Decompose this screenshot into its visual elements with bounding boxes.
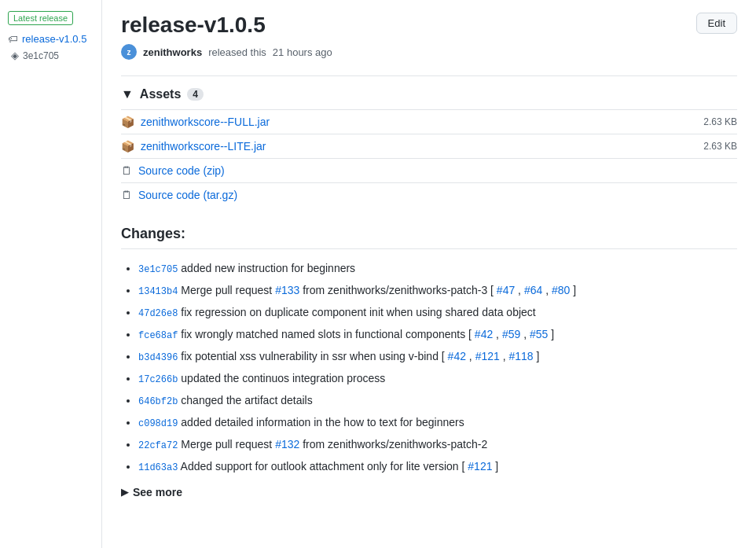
sidebar: Latest release 🏷 release-v1.0.5 ◈ 3e1c70… xyxy=(0,0,102,548)
release-title: release-v1.0.5 xyxy=(121,13,266,38)
commit-msg-9a: Merge pull request xyxy=(181,438,275,451)
commit-msg-5a: fix potential xss vulnerability in ssr w… xyxy=(181,350,447,362)
commit-item-5: b3d4396 fix potential xss vulnerability … xyxy=(138,348,737,365)
commit-hash-5[interactable]: b3d4396 xyxy=(138,352,178,363)
sidebar-tag-label: release-v1.0.5 xyxy=(22,33,86,45)
sidebar-commit-item[interactable]: ◈ 3e1c705 xyxy=(11,50,94,61)
commit-hash-3[interactable]: 47d26e8 xyxy=(138,308,178,319)
changes-section: Changes: 3e1c705 added new instruction f… xyxy=(121,226,737,498)
pr-link-64[interactable]: #64 xyxy=(524,284,542,296)
commit-item-8: c098d19 added detailed information in th… xyxy=(138,414,737,431)
source-link-zip[interactable]: Source code (zip) xyxy=(138,164,225,177)
release-header: release-v1.0.5 Edit xyxy=(121,13,737,38)
package-icon-2: 📦 xyxy=(121,140,134,153)
commit-item-4: fce68af fix wrongly matched named slots … xyxy=(138,326,737,343)
commit-msg-8: added detailed information in the how to… xyxy=(181,416,464,428)
commit-list: 3e1c705 added new instruction for beginn… xyxy=(121,260,737,475)
chevron-right-icon: ▶ xyxy=(121,487,128,498)
commit-hash-1[interactable]: 3e1c705 xyxy=(138,264,178,275)
release-time: 21 hours ago xyxy=(273,46,332,58)
commit-item-6: 17c266b updated the continuos integratio… xyxy=(138,370,737,387)
commit-item-10: 11d63a3 Added support for outlook attach… xyxy=(138,458,737,475)
edit-button[interactable]: Edit xyxy=(696,13,737,34)
commit-icon: ◈ xyxy=(11,50,19,61)
asset-link-full-jar[interactable]: zenithworkscore--FULL.jar xyxy=(141,116,270,128)
commit-hash-9[interactable]: 22cfa72 xyxy=(138,440,178,451)
bracket-3: ] xyxy=(537,350,540,362)
collapse-icon: ▼ xyxy=(121,87,134,101)
pr-link-42b[interactable]: #42 xyxy=(448,350,466,362)
assets-label: Assets xyxy=(140,87,181,101)
assets-header[interactable]: ▼ Assets 4 xyxy=(121,87,737,101)
commit-item-1: 3e1c705 added new instruction for beginn… xyxy=(138,260,737,277)
comma-3: , xyxy=(496,328,502,340)
commit-hash-6[interactable]: 17c266b xyxy=(138,374,178,385)
comma-5: , xyxy=(469,350,475,362)
assets-count: 4 xyxy=(187,88,204,101)
changes-title: Changes: xyxy=(121,226,737,249)
commit-msg-2b: from zenithworks/zenithworks-patch-3 [ xyxy=(303,284,497,296)
asset-size-lite-jar: 2.63 KB xyxy=(703,141,737,152)
pr-link-132[interactable]: #132 xyxy=(275,438,299,451)
pr-link-118[interactable]: #118 xyxy=(508,350,533,362)
bracket-4: ] xyxy=(495,460,498,473)
commit-hash-2[interactable]: 13413b4 xyxy=(138,286,178,297)
pr-link-42a[interactable]: #42 xyxy=(475,328,493,340)
asset-item-lite-jar: 📦 zenithworkscore--LITE.jar 2.63 KB xyxy=(121,134,737,158)
commit-hash-10[interactable]: 11d63a3 xyxy=(138,462,178,473)
main-content: release-v1.0.5 Edit z zenithworks releas… xyxy=(102,0,756,548)
release-meta: z zenithworks released this 21 hours ago xyxy=(121,44,737,60)
commit-item-2: 13413b4 Merge pull request #133 from zen… xyxy=(138,282,737,299)
commit-msg-2a: Merge pull request xyxy=(181,284,275,296)
commit-msg-10a: Added support for outlook attachment onl… xyxy=(181,460,468,473)
asset-item-full-jar: 📦 zenithworkscore--FULL.jar 2.63 KB xyxy=(121,109,737,134)
commit-hash-4[interactable]: fce68af xyxy=(138,330,178,341)
tag-icon: 🏷 xyxy=(8,33,18,45)
commit-msg-1: added new instruction for beginners xyxy=(181,262,355,274)
comma-2: , xyxy=(545,284,552,296)
package-icon: 📦 xyxy=(121,116,134,128)
file-tar-icon: 🗒 xyxy=(121,189,132,201)
commit-hash-8[interactable]: c098d19 xyxy=(138,418,178,429)
bracket-1: ] xyxy=(573,284,576,296)
commit-msg-7: changed the artifact details xyxy=(181,394,312,406)
asset-link-lite-jar[interactable]: zenithworkscore--LITE.jar xyxy=(141,140,266,153)
release-action: released this xyxy=(208,46,266,58)
commit-item-7: 646bf2b changed the artifact details xyxy=(138,392,737,409)
pr-link-47[interactable]: #47 xyxy=(497,284,515,296)
commit-msg-6: updated the continuos integration proces… xyxy=(181,372,385,384)
commit-msg-4a: fix wrongly matched named slots in funct… xyxy=(181,328,475,340)
commit-msg-9b: from zenithworks/zenithworks-patch-2 xyxy=(303,438,487,451)
pr-link-121b[interactable]: #121 xyxy=(468,460,492,473)
commit-item-9: 22cfa72 Merge pull request #132 from zen… xyxy=(138,436,737,453)
commit-hash-7[interactable]: 646bf2b xyxy=(138,396,178,407)
comma-4: , xyxy=(523,328,530,340)
pr-link-55[interactable]: #55 xyxy=(530,328,548,340)
source-item-tar: 🗒 Source code (tar.gz) xyxy=(121,182,737,207)
source-link-tar[interactable]: Source code (tar.gz) xyxy=(138,189,237,201)
see-more[interactable]: ▶ See more xyxy=(121,486,737,498)
pr-link-121a[interactable]: #121 xyxy=(475,350,500,362)
comma-1: , xyxy=(518,284,524,296)
divider xyxy=(121,75,737,76)
author-link[interactable]: zenithworks xyxy=(143,46,202,58)
asset-size-full-jar: 2.63 KB xyxy=(703,116,737,127)
see-more-label: See more xyxy=(133,486,182,498)
assets-section: ▼ Assets 4 📦 zenithworkscore--FULL.jar 2… xyxy=(121,87,737,207)
bracket-2: ] xyxy=(551,328,554,340)
commit-item-3: 47d26e8 fix regression on duplicate comp… xyxy=(138,304,737,321)
avatar: z xyxy=(121,44,137,60)
sidebar-commit-label: 3e1c705 xyxy=(23,50,59,61)
pr-link-80[interactable]: #80 xyxy=(552,284,570,296)
sidebar-tag-item[interactable]: 🏷 release-v1.0.5 xyxy=(8,33,94,45)
pr-link-59[interactable]: #59 xyxy=(502,328,520,340)
pr-link-133[interactable]: #133 xyxy=(275,284,299,296)
source-item-zip: 🗒 Source code (zip) xyxy=(121,158,737,182)
commit-msg-3: fix regression on duplicate component in… xyxy=(181,306,535,318)
file-zip-icon: 🗒 xyxy=(121,164,132,177)
latest-release-badge: Latest release xyxy=(8,11,73,25)
